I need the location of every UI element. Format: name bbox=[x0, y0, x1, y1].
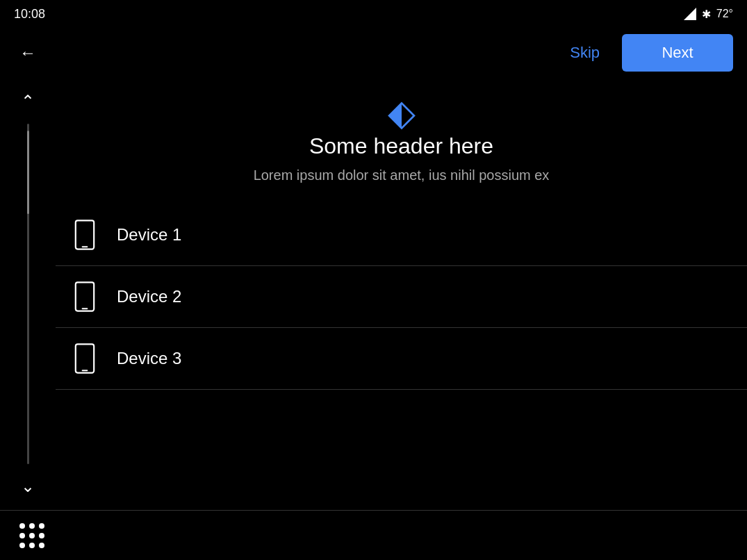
header-subtitle: Lorem ipsum dolor sit amet, ius nihil po… bbox=[69, 167, 733, 183]
nav-bar: ← Skip Next bbox=[0, 28, 747, 78]
svg-rect-4 bbox=[82, 308, 88, 309]
status-icons: ✱ 72° bbox=[684, 8, 733, 21]
chevron-down-icon: ⌄ bbox=[21, 477, 35, 495]
grid-dot bbox=[29, 533, 35, 538]
svg-rect-6 bbox=[82, 370, 88, 371]
device-name-1: Device 1 bbox=[117, 225, 181, 245]
chevron-up-icon: ⌃ bbox=[21, 92, 35, 110]
grid-dot bbox=[39, 533, 44, 538]
main-layout: ⌃ ⌄ ⬖ Some header here Lorem ipsum dolor… bbox=[0, 78, 747, 510]
left-sidebar: ⌃ ⌄ bbox=[0, 78, 56, 510]
grid-dot bbox=[19, 543, 25, 548]
bluetooth-status-icon: ✱ bbox=[702, 8, 711, 21]
device-name-3: Device 3 bbox=[117, 349, 181, 368]
signal-icon bbox=[684, 8, 696, 20]
header-section: ⬖ Some header here Lorem ipsum dolor sit… bbox=[56, 78, 747, 204]
grid-dot bbox=[19, 533, 25, 538]
svg-rect-5 bbox=[76, 344, 94, 372]
temperature-label: 72° bbox=[716, 8, 733, 20]
header-title: Some header here bbox=[69, 133, 733, 159]
device-item-3[interactable]: Device 3 bbox=[56, 328, 747, 390]
svg-rect-2 bbox=[82, 246, 88, 247]
back-arrow-icon: ← bbox=[19, 43, 36, 62]
grid-dot bbox=[29, 543, 35, 548]
next-button[interactable]: Next bbox=[622, 34, 733, 72]
nav-left: ← bbox=[14, 38, 42, 68]
svg-rect-1 bbox=[76, 220, 94, 249]
apps-grid-button[interactable] bbox=[14, 518, 47, 554]
grid-dot bbox=[29, 523, 35, 529]
scroll-down-button[interactable]: ⌄ bbox=[14, 470, 42, 503]
status-bar: 10:08 ✱ 72° bbox=[0, 0, 747, 28]
device-item-1[interactable]: Device 1 bbox=[56, 204, 747, 266]
nav-right: Skip Next bbox=[559, 34, 733, 72]
skip-button[interactable]: Skip bbox=[559, 38, 611, 67]
device-item-2[interactable]: Device 2 bbox=[56, 266, 747, 328]
grid-dot bbox=[39, 523, 44, 529]
grid-icon bbox=[19, 523, 42, 548]
bluetooth-icon: ⬖ bbox=[388, 92, 416, 133]
scrollbar-thumb bbox=[27, 131, 29, 214]
scrollbar-track bbox=[27, 124, 29, 464]
device-phone-icon-3 bbox=[69, 343, 100, 374]
svg-rect-3 bbox=[76, 282, 94, 311]
device-phone-icon-1 bbox=[69, 220, 100, 250]
back-button[interactable]: ← bbox=[14, 38, 42, 68]
device-list: Device 1 Device 2 Devi bbox=[56, 204, 747, 510]
bottom-bar bbox=[0, 510, 747, 560]
status-time: 10:08 bbox=[14, 7, 45, 22]
device-name-2: Device 2 bbox=[117, 287, 181, 306]
device-phone-icon-2 bbox=[69, 281, 100, 312]
grid-dot bbox=[39, 543, 44, 548]
scroll-up-button[interactable]: ⌃ bbox=[14, 85, 42, 118]
grid-dot bbox=[19, 523, 25, 529]
svg-marker-0 bbox=[684, 8, 696, 20]
content-area: ⬖ Some header here Lorem ipsum dolor sit… bbox=[56, 78, 747, 510]
